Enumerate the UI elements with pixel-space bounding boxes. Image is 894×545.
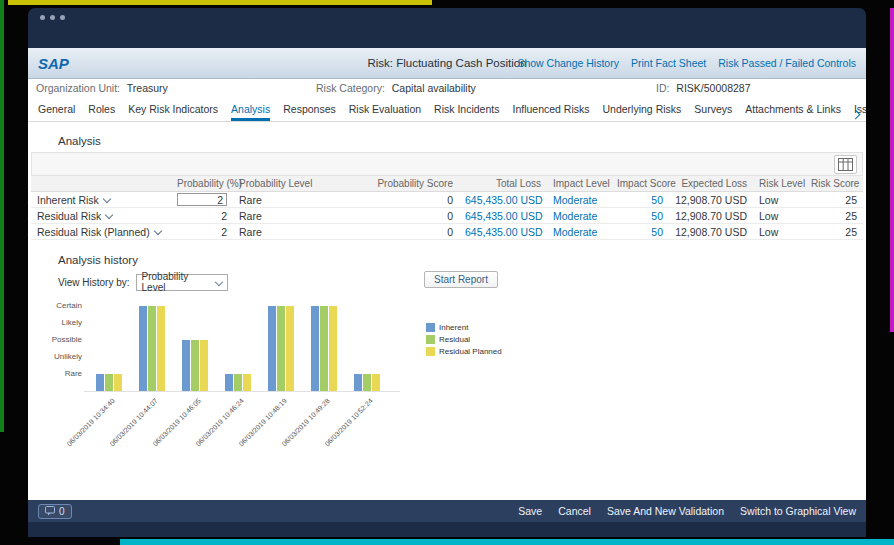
bar-residual[interactable] xyxy=(105,374,113,391)
analysis-section-title: Analysis xyxy=(58,135,866,147)
view-history-select[interactable]: Probability Level xyxy=(136,274,228,291)
tab-risk-incidents[interactable]: Risk Incidents xyxy=(434,103,499,121)
tab-surveys[interactable]: Surveys xyxy=(694,103,732,121)
column-header-expected-loss[interactable]: Expected Loss xyxy=(669,176,753,192)
tab-risk-evaluation[interactable]: Risk Evaluation xyxy=(349,103,421,121)
column-header-total-loss[interactable]: Total Loss xyxy=(459,176,547,192)
column-header-impact-score[interactable]: Impact Score xyxy=(611,176,669,192)
table-header-row: Probability (%)Probability LevelProbabil… xyxy=(31,176,863,192)
column-header-probability-level[interactable]: Probability Level xyxy=(233,176,341,192)
column-header-impact-level[interactable]: Impact Level xyxy=(547,176,611,192)
tab-attachments-links[interactable]: Attachments & Links xyxy=(745,103,841,121)
chart-legend: InherentResidualResidual Planned xyxy=(426,323,502,356)
bar-residual-planned[interactable] xyxy=(372,374,380,391)
impact-level-link[interactable]: Moderate xyxy=(547,208,611,224)
window-control-dot[interactable] xyxy=(50,15,55,20)
sap-logo: SAP xyxy=(38,55,69,72)
start-report-button[interactable]: Start Report xyxy=(424,271,498,288)
column-header-risk-score[interactable]: Risk Score xyxy=(805,176,863,192)
tab-influenced-risks[interactable]: Influenced Risks xyxy=(512,103,589,121)
window-control-dot[interactable] xyxy=(60,15,65,20)
legend-item-inherent: Inherent xyxy=(426,323,502,332)
total-loss-link[interactable]: 645,435.00 USD xyxy=(459,192,547,208)
decoration-bottom-strip xyxy=(120,539,894,545)
bar-inherent[interactable] xyxy=(311,306,319,391)
footer-action-switch-to-graphical-view[interactable]: Switch to Graphical View xyxy=(740,505,856,517)
bar-residual[interactable] xyxy=(191,340,199,391)
messages-button[interactable]: 0 xyxy=(38,504,72,519)
impact-score-link[interactable]: 50 xyxy=(611,208,669,224)
impact-level-link[interactable]: Moderate xyxy=(547,192,611,208)
tab-responses[interactable]: Responses xyxy=(283,103,336,121)
bar-residual-planned[interactable] xyxy=(157,306,165,391)
bar-residual[interactable] xyxy=(277,306,285,391)
impact-score-link[interactable]: 50 xyxy=(611,192,669,208)
y-axis-label: Possible xyxy=(32,335,82,344)
footer-action-save[interactable]: Save xyxy=(518,505,542,517)
bar-residual-planned[interactable] xyxy=(243,374,251,391)
footer-actions: SaveCancelSave And New ValidationSwitch … xyxy=(518,505,856,517)
impact-score-link[interactable]: 50 xyxy=(611,224,669,240)
window-chrome xyxy=(28,8,866,48)
bar-residual[interactable] xyxy=(234,374,242,391)
expected-loss-cell: 12,908.70 USD xyxy=(669,192,753,208)
tab-roles[interactable]: Roles xyxy=(88,103,115,121)
footer-action-save-and-new-validation[interactable]: Save And New Validation xyxy=(607,505,724,517)
bar-inherent[interactable] xyxy=(182,340,190,391)
column-header-probability[interactable]: Probability (%) xyxy=(171,176,233,192)
tab-analysis[interactable]: Analysis xyxy=(231,103,270,121)
tab-key-risk-indicators[interactable]: Key Risk Indicators xyxy=(128,103,218,121)
row-expand-chevron-icon[interactable] xyxy=(153,226,161,234)
header-link-risk-passed-failed-controls[interactable]: Risk Passed / Failed Controls xyxy=(718,57,856,69)
window-control-dot[interactable] xyxy=(40,15,45,20)
probability-score-cell: 0 xyxy=(341,192,459,208)
risk-score-cell: 25 xyxy=(805,192,863,208)
risk-level-cell: Low xyxy=(753,208,805,224)
legend-label: Residual xyxy=(439,335,470,344)
tabs-overflow-chevron-icon[interactable] xyxy=(852,104,859,122)
bar-residual-planned[interactable] xyxy=(286,306,294,391)
bar-residual[interactable] xyxy=(363,374,371,391)
y-axis-label: Unlikely xyxy=(32,352,82,361)
risk-score-cell: 25 xyxy=(805,224,863,240)
row-expand-chevron-icon[interactable] xyxy=(105,210,113,218)
bar-inherent[interactable] xyxy=(268,306,276,391)
tab-general[interactable]: General xyxy=(38,103,75,121)
row-label-text: Inherent Risk xyxy=(37,194,99,206)
total-loss-link[interactable]: 645,435.00 USD xyxy=(459,224,547,240)
decoration-top-strip xyxy=(8,0,432,5)
window-controls[interactable] xyxy=(40,15,65,20)
bar-inherent[interactable] xyxy=(96,374,104,391)
probability-input[interactable] xyxy=(177,193,227,206)
column-header-risk-level[interactable]: Risk Level xyxy=(753,176,805,192)
window-bottom xyxy=(28,522,866,537)
row-label-inherent-risk[interactable]: Inherent Risk xyxy=(31,192,171,208)
bar-residual[interactable] xyxy=(320,306,328,391)
organization-unit-label: Organization Unit: xyxy=(36,82,120,94)
row-expand-chevron-icon[interactable] xyxy=(103,194,111,202)
bar-residual-planned[interactable] xyxy=(114,374,122,391)
bar-inherent[interactable] xyxy=(354,374,362,391)
probability-cell: 2 xyxy=(171,208,233,224)
y-axis-label: Certain xyxy=(32,301,82,310)
organization-unit-value: Treasury xyxy=(127,82,168,94)
column-header-row-label[interactable] xyxy=(31,176,171,192)
total-loss-link[interactable]: 645,435.00 USD xyxy=(459,208,547,224)
footer-action-cancel[interactable]: Cancel xyxy=(558,505,591,517)
risk-category: Risk Category: Capital availability xyxy=(316,82,476,94)
column-header-probability-score[interactable]: Probability Score xyxy=(341,176,459,192)
bar-inherent[interactable] xyxy=(225,374,233,391)
bar-residual-planned[interactable] xyxy=(329,306,337,391)
header-link-show-change-history[interactable]: Show Change History xyxy=(517,57,619,69)
impact-level-link[interactable]: Moderate xyxy=(547,224,611,240)
row-label-residual-risk-planned[interactable]: Residual Risk (Planned) xyxy=(31,224,171,240)
bar-residual-planned[interactable] xyxy=(200,340,208,391)
header-link-print-fact-sheet[interactable]: Print Fact Sheet xyxy=(631,57,706,69)
bar-inherent[interactable] xyxy=(139,306,147,391)
tab-underlying-risks[interactable]: Underlying Risks xyxy=(603,103,682,121)
risk-level-cell: Low xyxy=(753,192,805,208)
row-label-residual-risk[interactable]: Residual Risk xyxy=(31,208,171,224)
bar-residual[interactable] xyxy=(148,306,156,391)
table-settings-button[interactable] xyxy=(834,155,857,174)
table-row-residual-risk-planned: Residual Risk (Planned)2Rare0645,435.00 … xyxy=(31,224,863,240)
